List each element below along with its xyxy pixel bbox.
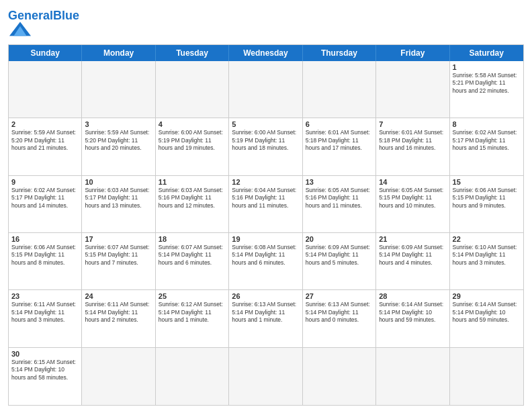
day-header-wednesday: Wednesday [229, 45, 302, 61]
calendar-cell: 4Sunrise: 6:00 AM Sunset: 5:19 PM Daylig… [156, 118, 229, 175]
calendar-cell: 17Sunrise: 6:07 AM Sunset: 5:15 PM Dayli… [82, 233, 155, 289]
calendar-cell: 25Sunrise: 6:12 AM Sunset: 5:14 PM Dayli… [156, 290, 229, 347]
header: GeneralBlue [8, 7, 524, 40]
cell-info: Sunrise: 6:01 AM Sunset: 5:18 PM Dayligh… [379, 129, 446, 152]
calendar-cell: 6Sunrise: 6:01 AM Sunset: 5:18 PM Daylig… [303, 118, 376, 175]
calendar-row: 2Sunrise: 5:59 AM Sunset: 5:20 PM Daylig… [9, 118, 523, 175]
cell-info: Sunrise: 6:13 AM Sunset: 5:14 PM Dayligh… [306, 301, 373, 324]
cell-day-number: 16 [11, 235, 79, 243]
cell-info: Sunrise: 6:12 AM Sunset: 5:14 PM Dayligh… [159, 301, 226, 324]
cell-info: Sunrise: 6:11 AM Sunset: 5:14 PM Dayligh… [85, 301, 152, 324]
calendar-cell [156, 348, 229, 405]
cell-info: Sunrise: 5:59 AM Sunset: 5:20 PM Dayligh… [11, 129, 79, 152]
logo-icon [9, 20, 31, 38]
cell-day-number: 11 [159, 178, 226, 186]
cell-info: Sunrise: 6:04 AM Sunset: 5:16 PM Dayligh… [232, 187, 299, 210]
cell-day-number: 23 [11, 292, 79, 300]
calendar-cell: 7Sunrise: 6:01 AM Sunset: 5:18 PM Daylig… [376, 118, 449, 175]
day-header-sunday: Sunday [9, 45, 82, 61]
calendar-cell [156, 61, 229, 118]
cell-day-number: 5 [232, 120, 299, 128]
cell-day-number: 26 [232, 292, 299, 300]
calendar-cell [303, 348, 376, 405]
cell-day-number: 15 [453, 178, 521, 186]
cell-day-number: 19 [232, 235, 299, 243]
calendar-cell: 24Sunrise: 6:11 AM Sunset: 5:14 PM Dayli… [82, 290, 155, 347]
calendar-cell: 10Sunrise: 6:03 AM Sunset: 5:17 PM Dayli… [82, 176, 155, 232]
cell-day-number: 4 [159, 120, 226, 128]
calendar-cell: 19Sunrise: 6:08 AM Sunset: 5:14 PM Dayli… [229, 233, 302, 289]
cell-day-number: 1 [453, 63, 521, 71]
cell-day-number: 30 [11, 350, 79, 358]
cell-day-number: 3 [85, 120, 152, 128]
cell-day-number: 17 [85, 235, 152, 243]
calendar-cell: 16Sunrise: 6:06 AM Sunset: 5:15 PM Dayli… [9, 233, 82, 289]
day-header-saturday: Saturday [450, 45, 523, 61]
day-header-monday: Monday [82, 45, 155, 61]
calendar-cell: 21Sunrise: 6:09 AM Sunset: 5:14 PM Dayli… [376, 233, 449, 289]
cell-day-number: 2 [11, 120, 79, 128]
cell-info: Sunrise: 6:06 AM Sunset: 5:15 PM Dayligh… [11, 244, 79, 267]
cell-info: Sunrise: 6:14 AM Sunset: 5:14 PM Dayligh… [453, 301, 521, 324]
calendar-cell [82, 61, 155, 118]
cell-info: Sunrise: 6:00 AM Sunset: 5:19 PM Dayligh… [232, 129, 299, 152]
calendar-row: 1Sunrise: 5:58 AM Sunset: 5:21 PM Daylig… [9, 61, 523, 118]
cell-info: Sunrise: 6:13 AM Sunset: 5:14 PM Dayligh… [232, 301, 299, 324]
calendar-cell: 22Sunrise: 6:10 AM Sunset: 5:14 PM Dayli… [450, 233, 523, 289]
cell-day-number: 24 [85, 292, 152, 300]
cell-day-number: 27 [306, 292, 373, 300]
calendar-cell: 29Sunrise: 6:14 AM Sunset: 5:14 PM Dayli… [450, 290, 523, 347]
calendar-cell: 14Sunrise: 6:05 AM Sunset: 5:15 PM Dayli… [376, 176, 449, 232]
calendar-cell [450, 348, 523, 405]
cell-info: Sunrise: 6:01 AM Sunset: 5:18 PM Dayligh… [306, 129, 373, 152]
calendar-cell: 20Sunrise: 6:09 AM Sunset: 5:14 PM Dayli… [303, 233, 376, 289]
calendar-cell [376, 348, 449, 405]
cell-day-number: 14 [379, 178, 446, 186]
cell-info: Sunrise: 6:02 AM Sunset: 5:17 PM Dayligh… [11, 187, 79, 210]
cell-day-number: 29 [453, 292, 521, 300]
calendar-cell: 30Sunrise: 6:15 AM Sunset: 5:14 PM Dayli… [9, 348, 82, 405]
page: GeneralBlue SundayMondayTuesdayWednesday… [0, 0, 532, 411]
calendar-row: 9Sunrise: 6:02 AM Sunset: 5:17 PM Daylig… [9, 176, 523, 233]
cell-day-number: 9 [11, 178, 79, 186]
cell-day-number: 18 [159, 235, 226, 243]
cell-day-number: 20 [306, 235, 373, 243]
calendar-cell: 23Sunrise: 6:11 AM Sunset: 5:14 PM Dayli… [9, 290, 82, 347]
cell-day-number: 25 [159, 292, 226, 300]
cell-info: Sunrise: 6:07 AM Sunset: 5:15 PM Dayligh… [85, 244, 152, 267]
calendar-cell [229, 61, 302, 118]
calendar-cell: 15Sunrise: 6:06 AM Sunset: 5:15 PM Dayli… [450, 176, 523, 232]
calendar-cell: 9Sunrise: 6:02 AM Sunset: 5:17 PM Daylig… [9, 176, 82, 232]
calendar-cell: 12Sunrise: 6:04 AM Sunset: 5:16 PM Dayli… [229, 176, 302, 232]
calendar-cell [82, 348, 155, 405]
cell-day-number: 6 [306, 120, 373, 128]
cell-info: Sunrise: 6:10 AM Sunset: 5:14 PM Dayligh… [453, 244, 521, 267]
calendar-cell: 3Sunrise: 5:59 AM Sunset: 5:20 PM Daylig… [82, 118, 155, 175]
calendar-row: 30Sunrise: 6:15 AM Sunset: 5:14 PM Dayli… [9, 348, 523, 405]
cell-day-number: 13 [306, 178, 373, 186]
calendar-cell [376, 61, 449, 118]
cell-info: Sunrise: 6:03 AM Sunset: 5:17 PM Dayligh… [85, 187, 152, 210]
cell-info: Sunrise: 6:09 AM Sunset: 5:14 PM Dayligh… [379, 244, 446, 267]
cell-day-number: 28 [379, 292, 446, 300]
calendar-cell: 5Sunrise: 6:00 AM Sunset: 5:19 PM Daylig… [229, 118, 302, 175]
logo: GeneralBlue [8, 9, 79, 40]
day-header-friday: Friday [376, 45, 449, 61]
cell-info: Sunrise: 5:58 AM Sunset: 5:21 PM Dayligh… [453, 72, 521, 95]
cell-day-number: 10 [85, 178, 152, 186]
cell-day-number: 8 [453, 120, 521, 128]
day-header-tuesday: Tuesday [156, 45, 229, 61]
cell-info: Sunrise: 6:06 AM Sunset: 5:15 PM Dayligh… [453, 187, 521, 210]
calendar-cell: 11Sunrise: 6:03 AM Sunset: 5:16 PM Dayli… [156, 176, 229, 232]
cell-info: Sunrise: 6:00 AM Sunset: 5:19 PM Dayligh… [159, 129, 226, 152]
calendar-cell [303, 61, 376, 118]
cell-info: Sunrise: 6:05 AM Sunset: 5:16 PM Dayligh… [306, 187, 373, 210]
cell-day-number: 12 [232, 178, 299, 186]
cell-info: Sunrise: 6:05 AM Sunset: 5:15 PM Dayligh… [379, 187, 446, 210]
calendar-cell: 18Sunrise: 6:07 AM Sunset: 5:14 PM Dayli… [156, 233, 229, 289]
calendar-cell: 13Sunrise: 6:05 AM Sunset: 5:16 PM Dayli… [303, 176, 376, 232]
calendar-cell [229, 348, 302, 405]
calendar-row: 23Sunrise: 6:11 AM Sunset: 5:14 PM Dayli… [9, 290, 523, 347]
calendar-cell: 26Sunrise: 6:13 AM Sunset: 5:14 PM Dayli… [229, 290, 302, 347]
cell-info: Sunrise: 5:59 AM Sunset: 5:20 PM Dayligh… [85, 129, 152, 152]
